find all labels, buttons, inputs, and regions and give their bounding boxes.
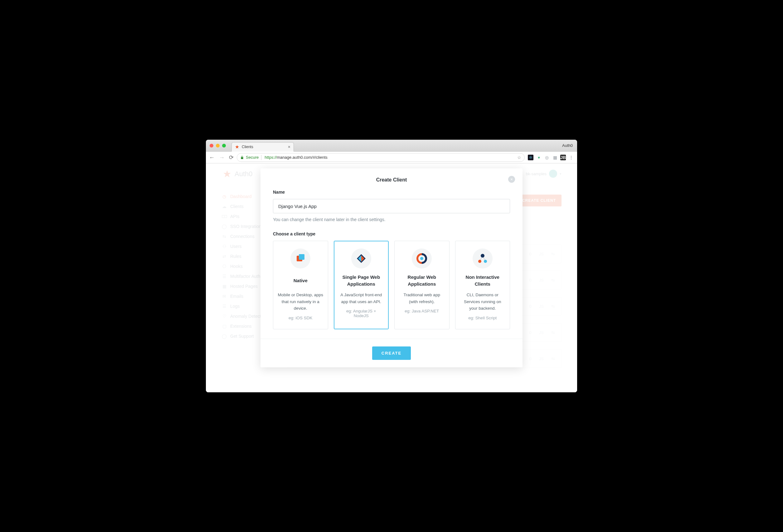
separator [261,155,261,160]
favicon-auth0-icon [235,145,239,149]
page-content: Auth0 bk-samples ▾ ◷Dashboard ☁Clients 🀱… [206,163,577,392]
regular-icon [412,248,432,268]
client-type-regular[interactable]: Regular Web Applications Traditional web… [394,241,449,329]
reload-icon[interactable]: ⟳ [229,155,233,160]
svg-point-10 [478,260,481,263]
back-icon[interactable]: ← [209,155,215,160]
maximize-window-icon[interactable] [222,144,226,147]
card-desc: Traditional web app (with refresh). [399,292,445,305]
browser-toolbar: ← → ⟳ Secure https:// manage.auth0.com/#… [206,152,577,163]
browser-tab[interactable]: Clients × [231,142,294,152]
card-desc: CLI, Daemons or Services running on your… [460,292,506,312]
card-desc: A JavaScript front-end app that uses an … [339,292,384,305]
nav-icons: ← → ⟳ [209,155,233,160]
jetbrains-extension-icon[interactable]: JB [560,155,566,160]
client-name-input[interactable] [273,199,510,213]
client-type-native[interactable]: Native Mobile or Desktop, apps that run … [273,241,328,329]
card-example: eg: iOS SDK [278,315,323,320]
svg-rect-1 [299,254,305,260]
modal-footer: CREATE [260,339,523,367]
close-window-icon[interactable] [210,144,213,147]
extension-icons: ⚛ ▾ ◎ ▦ JB ⋮ [528,155,574,160]
vue-devtools-icon[interactable]: ▾ [536,155,541,160]
spa-icon [351,248,371,268]
card-title: Native [278,273,323,288]
client-type-spa[interactable]: Single Page Web Applications A JavaScrip… [334,241,389,329]
url-prefix: https:// [264,155,277,160]
type-label: Choose a client type [273,231,510,236]
client-type-cards: Native Mobile or Desktop, apps that run … [273,241,510,329]
non-interactive-icon [473,248,493,268]
app-name: Auth0 [562,143,573,148]
name-hint: You can change the client name later in … [273,217,510,222]
card-example: eg: AngularJS + NodeJS [339,309,384,318]
create-button[interactable]: CREATE [372,346,411,360]
browser-window: Clients × Auth0 ← → ⟳ Secure https:// ma… [206,140,577,392]
address-bar[interactable]: Secure https:// manage.auth0.com/#/clien… [237,153,525,162]
name-label: Name [273,190,510,195]
card-title: Single Page Web Applications [339,273,384,288]
svg-point-9 [481,254,484,258]
tab-close-icon[interactable]: × [288,145,290,149]
secure-label: Secure [246,155,259,160]
bookmark-icon[interactable]: ☆ [517,155,521,160]
card-example: eg: Shell Script [460,315,506,320]
lock-icon [240,156,244,159]
modal-header: Create Client × [260,168,523,190]
url-rest: manage.auth0.com/#/clients [277,155,327,160]
extension-icon[interactable]: ▦ [552,155,558,160]
create-client-modal: Create Client × Name You can change the … [260,168,523,367]
client-type-non-interactive[interactable]: Non Interactive Clients CLI, Daemons or … [455,241,510,329]
traffic-lights [210,144,226,147]
svg-point-11 [484,260,487,263]
modal-body: Name You can change the client name late… [260,190,523,339]
close-icon[interactable]: × [508,176,515,183]
card-title: Non Interactive Clients [460,273,506,288]
minimize-window-icon[interactable] [216,144,220,147]
card-example: eg: Java ASP.NET [399,309,445,313]
modal-title: Create Client [267,177,516,183]
tab-title: Clients [242,145,253,149]
titlebar: Clients × Auth0 [206,140,577,152]
browser-menu-icon[interactable]: ⋮ [568,155,574,160]
forward-icon[interactable]: → [219,155,225,160]
card-title: Regular Web Applications [399,273,445,288]
extension-icon[interactable]: ◎ [544,155,550,160]
native-icon [290,248,310,268]
svg-point-6 [420,257,423,260]
card-desc: Mobile or Desktop, apps that run nativel… [278,292,323,312]
react-devtools-icon[interactable]: ⚛ [528,155,533,160]
